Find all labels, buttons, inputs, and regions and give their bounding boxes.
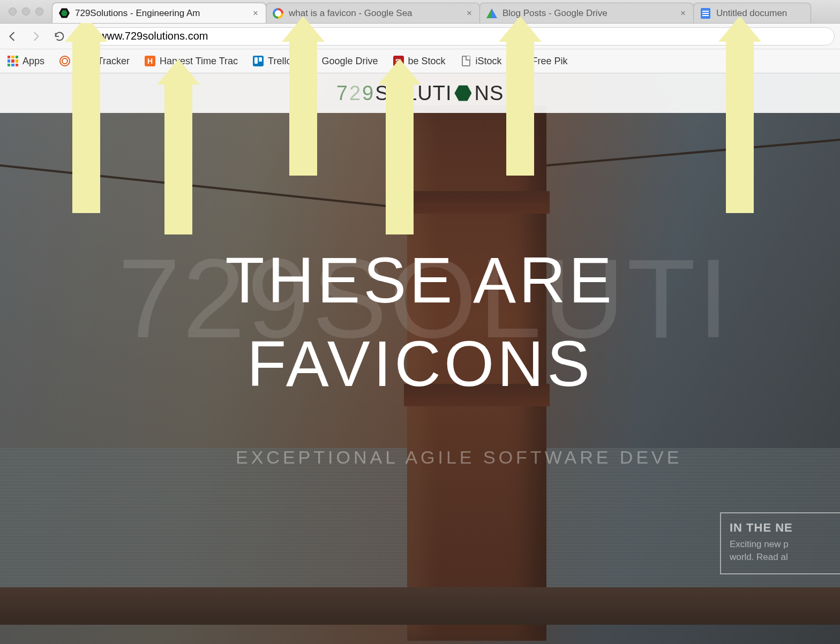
favicon-google-icon	[273, 8, 283, 19]
tab-strip: 729Solutions - Engineering Am × what is …	[0, 0, 840, 24]
window-zoom-dot[interactable]	[35, 7, 43, 16]
bookmark-label: Google Drive	[321, 56, 378, 67]
hero-watermark: 729SOLUTI	[118, 234, 840, 363]
bookmark-label: Free Pik	[532, 56, 568, 67]
bookmark-drive[interactable]: Google Drive	[306, 56, 378, 67]
tab-title: 729Solutions - Engineering Am	[75, 8, 246, 19]
tab-729solutions[interactable]: 729Solutions - Engineering Am ×	[52, 3, 266, 23]
bookmark-label: votal Tracker	[74, 56, 130, 67]
file-icon	[461, 56, 471, 66]
favicon-drive-icon	[486, 8, 497, 19]
news-title: IN THE NE	[730, 521, 834, 535]
adobe-stock-icon: St	[393, 56, 404, 66]
bookmark-label: Harvest Time Trac	[160, 56, 238, 67]
logo-text: SOLUTI	[375, 82, 452, 105]
bookmark-trello[interactable]: Trello	[253, 56, 291, 67]
window-minimize-dot[interactable]	[22, 7, 30, 16]
forward-button[interactable]	[29, 29, 43, 43]
bookmark-apps[interactable]: Apps	[8, 56, 44, 67]
window-controls	[0, 7, 52, 16]
logo-text: NS	[474, 82, 504, 105]
freepik-icon	[517, 56, 528, 66]
bookmarks-bar: Apps votal Tracker H Harvest Time Trac T…	[0, 49, 840, 73]
news-body: Exciting new p world. Read al	[730, 538, 834, 564]
tab-google-drive[interactable]: Blog Posts - Google Drive ×	[479, 3, 694, 23]
logo-text: 2	[349, 82, 361, 105]
tab-close-icon[interactable]: ×	[679, 8, 687, 19]
tab-title: Blog Posts - Google Drive	[502, 8, 674, 19]
window-close-dot[interactable]	[9, 7, 17, 16]
logo-text: 7	[336, 82, 348, 105]
page-viewport: 7 2 9 SOLUTI NS 729SOLUTI EXCEPTIONAL AG…	[0, 73, 840, 644]
tab-google-docs[interactable]: Untitled documen	[693, 3, 811, 23]
back-button[interactable]	[5, 29, 19, 43]
tab-close-icon[interactable]: ×	[252, 8, 259, 19]
drive-icon	[306, 56, 317, 66]
tab-close-icon[interactable]: ×	[466, 8, 473, 19]
site-logo[interactable]: 7 2 9 SOLUTI NS	[336, 82, 504, 105]
site-info-icon[interactable]	[83, 31, 94, 42]
reload-button[interactable]	[52, 29, 66, 43]
svg-rect-1	[88, 35, 89, 39]
bookmark-label: Trello	[268, 56, 291, 67]
news-box[interactable]: IN THE NE Exciting new p world. Read al	[720, 512, 840, 574]
bookmark-pivotal[interactable]: votal Tracker	[59, 56, 130, 67]
logo-text: 9	[362, 82, 374, 105]
svg-rect-2	[88, 34, 89, 35]
url-input[interactable]	[99, 30, 828, 42]
harvest-icon: H	[145, 56, 155, 66]
bookmark-freepik[interactable]: Free Pik	[517, 56, 568, 67]
bookmark-label: be Stock	[408, 56, 446, 67]
tab-title: what is a favicon - Google Sea	[289, 8, 460, 19]
hero-tagline: EXCEPTIONAL AGILE SOFTWARE DEVE	[236, 447, 682, 468]
bookmark-label: Apps	[22, 56, 44, 67]
tab-google-search[interactable]: what is a favicon - Google Sea ×	[266, 3, 480, 23]
apps-icon	[8, 56, 18, 66]
logo-hex-icon	[454, 85, 471, 102]
favicon-729-icon	[59, 8, 70, 19]
bookmark-harvest[interactable]: H Harvest Time Trac	[145, 56, 238, 67]
address-toolbar	[0, 24, 840, 49]
bookmark-adobe-stock[interactable]: St be Stock	[393, 56, 446, 67]
site-header: 7 2 9 SOLUTI NS	[0, 73, 840, 113]
pivotal-icon	[59, 56, 70, 66]
tab-title: Untitled documen	[716, 8, 804, 19]
trello-icon	[253, 56, 264, 66]
bookmark-istock[interactable]: iStock	[461, 56, 502, 67]
favicon-docs-icon	[700, 8, 711, 19]
bookmark-label: iStock	[476, 56, 502, 67]
address-bar[interactable]	[76, 27, 835, 46]
